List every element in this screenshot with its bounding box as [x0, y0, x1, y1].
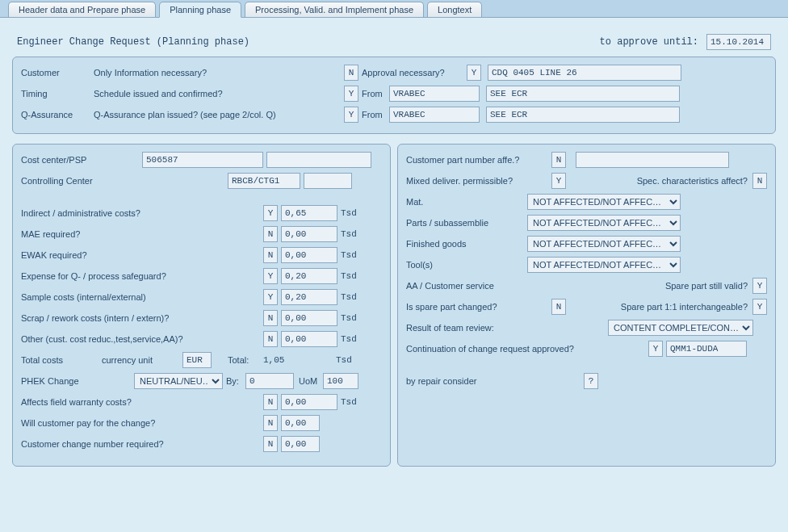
- cost-panel: Cost center/PSP 506587 Controlling Cente…: [12, 144, 391, 467]
- cost-row-yn[interactable]: Y: [263, 268, 278, 284]
- total-unit: Tsd: [336, 355, 352, 365]
- cost-row-yn[interactable]: N: [263, 310, 278, 326]
- interchangeable-yn[interactable]: Y: [752, 299, 767, 315]
- cost-row-val[interactable]: 0,00: [281, 226, 337, 242]
- spare-changed-label: Is spare part changed?: [406, 302, 551, 312]
- cost-center-label: Cost center/PSP: [21, 155, 142, 165]
- by-value[interactable]: 0: [245, 373, 294, 389]
- cost-row-unit: Tsd: [341, 334, 357, 344]
- finished-select[interactable]: NOT AFFECTED/NOT AFFEC…: [527, 236, 681, 252]
- spec-yn[interactable]: N: [752, 173, 767, 189]
- from-value-1[interactable]: VRABEC: [389, 86, 480, 102]
- total-label: Total:: [228, 355, 263, 365]
- right-panel: Customer part number affe.? N Mixed deli…: [397, 144, 776, 467]
- cost-row-val[interactable]: 0,00: [281, 331, 337, 347]
- approval-value[interactable]: CDQ 0405 LINE 26: [488, 65, 681, 81]
- affects-warranty-val[interactable]: 0,00: [281, 394, 337, 410]
- total-costs-label: Total costs: [21, 355, 102, 365]
- from-value-2[interactable]: VRABEC: [389, 107, 480, 123]
- tab-planning[interactable]: Planning phase: [159, 2, 241, 18]
- cost-row-unit: Tsd: [341, 292, 357, 302]
- approve-until-date: 15.10.2014: [706, 34, 771, 50]
- cost-row-unit: Tsd: [341, 313, 357, 323]
- continuation-yn[interactable]: Y: [648, 341, 663, 357]
- tab-processing[interactable]: Processing, Valid. and Implement phase: [245, 2, 424, 17]
- mat-label: Mat.: [406, 197, 527, 207]
- tab-bar: Header data and Prepare phase Planning p…: [0, 0, 788, 18]
- spare-valid-label: Spare part still valid?: [568, 281, 748, 291]
- interchangeable-label: Spare part 1:1 interchangeable?: [566, 302, 748, 312]
- cost-center-value[interactable]: 506587: [142, 152, 263, 168]
- cost-row-unit: Tsd: [341, 271, 357, 281]
- currency-label: currency unit: [102, 355, 182, 365]
- cost-center-extra[interactable]: [266, 152, 371, 168]
- spare-changed-yn[interactable]: N: [551, 299, 566, 315]
- parts-select[interactable]: NOT AFFECTED/NOT AFFEC…: [527, 215, 681, 231]
- timing-yn[interactable]: Y: [344, 86, 358, 102]
- tools-label: Tool(s): [406, 260, 527, 270]
- header-panel: Customer Only Information necessary? N A…: [12, 57, 776, 134]
- tools-select[interactable]: NOT AFFECTED/NOT AFFEC…: [527, 257, 681, 273]
- approval-necessary-yn[interactable]: Y: [467, 65, 481, 81]
- controlling-label: Controlling Center: [21, 176, 228, 186]
- currency-value[interactable]: EUR: [182, 352, 212, 368]
- cust-change-yn[interactable]: N: [263, 436, 278, 452]
- review-label: Result of team review:: [406, 323, 608, 333]
- cost-row-label: Other (cust. cost reduc.,test,service,AA…: [21, 334, 263, 344]
- cost-row-label: Indirect / administrative costs?: [21, 208, 263, 218]
- customer-info-yn[interactable]: N: [344, 65, 358, 81]
- continuation-label: Continuation of change request approved?: [406, 344, 648, 354]
- will-pay-val[interactable]: 0,00: [281, 415, 320, 431]
- continuation-value[interactable]: QMM1-DUDA: [666, 341, 747, 357]
- cost-row-yn[interactable]: Y: [263, 289, 278, 305]
- finished-label: Finished goods: [406, 239, 527, 249]
- cost-row-val[interactable]: 0,65: [281, 205, 337, 221]
- affects-warranty-yn[interactable]: N: [263, 394, 278, 410]
- by-label: By:: [226, 376, 245, 386]
- cost-row-val[interactable]: 0,20: [281, 289, 337, 305]
- cost-row-label: MAE required?: [21, 229, 263, 239]
- repair-label: by repair consider: [406, 376, 584, 386]
- cost-row-val[interactable]: 0,00: [281, 310, 337, 326]
- spec-label: Spec. characteristics affect?: [598, 176, 748, 186]
- affects-warranty-unit: Tsd: [341, 397, 357, 407]
- cost-row-val[interactable]: 0,00: [281, 247, 337, 263]
- controlling-extra[interactable]: [304, 173, 352, 189]
- cost-row-val[interactable]: 0,20: [281, 268, 337, 284]
- customer-question: Only Information necessary?: [94, 68, 344, 77]
- page-title: Engineer Change Request (Planning phase): [17, 36, 600, 48]
- uom-value[interactable]: 100: [323, 373, 358, 389]
- controlling-value[interactable]: RBCB/CTG1: [228, 173, 300, 189]
- qa-yn[interactable]: Y: [344, 107, 358, 123]
- will-pay-label: Will customer pay for the change?: [21, 418, 263, 428]
- cost-row-yn[interactable]: Y: [263, 205, 278, 221]
- cost-row-yn[interactable]: N: [263, 331, 278, 347]
- cost-row-yn[interactable]: N: [263, 226, 278, 242]
- parts-label: Parts / subassemblie: [406, 218, 527, 228]
- cust-part-value[interactable]: [576, 152, 729, 168]
- uom-label: UoM: [299, 376, 323, 386]
- mat-select[interactable]: NOT AFFECTED/NOT AFFEC…: [527, 194, 681, 210]
- cost-row-yn[interactable]: N: [263, 247, 278, 263]
- mixed-deliver-yn[interactable]: Y: [551, 173, 566, 189]
- tab-header-prepare[interactable]: Header data and Prepare phase: [8, 2, 156, 17]
- cost-row-label: Sample costs (internal/external): [21, 292, 263, 302]
- cost-row-unit: Tsd: [341, 229, 357, 239]
- qa-question: Q-Assurance plan issued? (see page 2/col…: [94, 110, 344, 119]
- see-ecr-2[interactable]: SEE ECR: [486, 107, 680, 123]
- affects-warranty-label: Affects field warranty costs?: [21, 397, 263, 407]
- cust-change-label: Customer change number required?: [21, 439, 263, 449]
- cust-part-yn[interactable]: N: [551, 152, 566, 168]
- repair-yn[interactable]: ?: [584, 373, 598, 389]
- phek-select[interactable]: NEUTRAL/NEU…: [134, 373, 223, 389]
- cust-change-val[interactable]: 0,00: [281, 436, 320, 452]
- will-pay-yn[interactable]: N: [263, 415, 278, 431]
- phek-label: PHEK Change: [21, 376, 134, 386]
- cost-row-label: Expense for Q- / process safeguard?: [21, 271, 263, 281]
- see-ecr-1[interactable]: SEE ECR: [486, 86, 680, 102]
- from-label-2: From: [362, 110, 389, 119]
- timing-question: Schedule issued and confirmed?: [94, 89, 344, 98]
- tab-longtext[interactable]: Longtext: [427, 2, 482, 17]
- spare-valid-yn[interactable]: Y: [752, 278, 767, 294]
- review-select[interactable]: CONTENT COMPLETE/CON…: [608, 320, 753, 336]
